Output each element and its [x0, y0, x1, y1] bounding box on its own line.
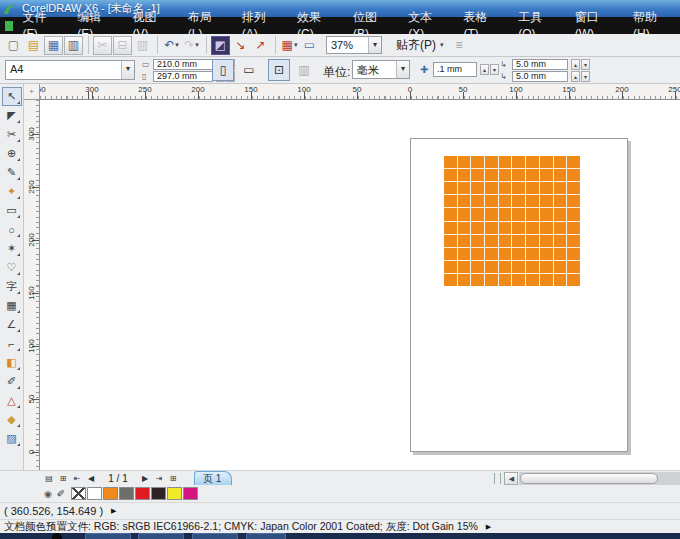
interactive-fill-tool[interactable]: ▨ — [2, 429, 22, 448]
copy-button[interactable]: ⊟ — [113, 36, 132, 55]
freehand-tool[interactable]: ✎ — [2, 163, 22, 182]
print-button[interactable]: ▥ — [64, 36, 83, 55]
swatch-gray[interactable] — [119, 487, 134, 500]
export-button[interactable]: ↗ — [251, 36, 270, 55]
expand-arrow-icon[interactable]: ▶ — [486, 523, 491, 531]
chevron-down-icon[interactable]: ▾ — [195, 41, 199, 49]
paper-width-field[interactable]: 210.0 mm — [153, 59, 213, 70]
taskbar-button[interactable] — [246, 533, 286, 539]
duplicate-x-stepper[interactable]: ▴▾ — [570, 59, 590, 70]
chevron-down-icon[interactable]: ▾ — [396, 61, 409, 78]
redo-button[interactable]: ↷▾ — [182, 36, 201, 55]
rectangle-tool[interactable]: ▭ — [2, 201, 22, 220]
scrollbar-thumb[interactable] — [520, 473, 658, 484]
smart-fill-tool[interactable]: ✦ — [2, 182, 22, 201]
spinner-down-icon[interactable]: ▾ — [490, 64, 499, 75]
open-button[interactable]: ▤ — [24, 36, 43, 55]
spinner-down-icon[interactable]: ▾ — [581, 71, 590, 82]
text-tool-icon: 字 — [6, 279, 17, 294]
paper-size-combo[interactable]: A4 ▾ — [5, 60, 135, 80]
swatch-red[interactable] — [135, 487, 150, 500]
all-pages-same-size-button[interactable]: ⊡ — [268, 59, 290, 81]
duplicate-x-field[interactable]: 5.0 mm — [512, 59, 568, 70]
eyedropper-tool[interactable]: ✐ — [2, 372, 22, 391]
new-document-button[interactable]: ▢ — [4, 36, 23, 55]
freehand-tool-icon: ✎ — [7, 166, 16, 179]
spinner-up-icon[interactable]: ▴ — [571, 71, 580, 82]
swatch-black[interactable] — [151, 487, 166, 500]
zoom-tool[interactable]: ⊕ — [2, 144, 22, 163]
spinner-up-icon[interactable]: ▴ — [571, 59, 580, 70]
crop-tool[interactable]: ✂ — [2, 125, 22, 144]
polygon-tool[interactable]: ✶ — [2, 239, 22, 258]
expand-arrow-icon[interactable]: ▶ — [111, 507, 116, 515]
chevron-down-icon[interactable]: ▾ — [121, 61, 134, 79]
drawing-canvas[interactable] — [40, 100, 680, 470]
spinner-up-icon[interactable]: ▴ — [480, 64, 489, 75]
welcome-screen-button[interactable]: ▭ — [300, 36, 319, 55]
blend-tool[interactable]: ◧ — [2, 353, 22, 372]
chevron-down-icon[interactable]: ▾ — [294, 41, 298, 49]
last-page-button[interactable]: ⇥ — [152, 472, 166, 485]
table-object[interactable] — [444, 156, 580, 286]
scrollbar-splitter[interactable] — [494, 473, 501, 484]
document-icon — [4, 20, 14, 32]
first-page-button[interactable]: ⇤ — [70, 472, 84, 485]
spinner-down-icon[interactable]: ▾ — [581, 59, 590, 70]
scroll-left-button[interactable]: ◀ — [504, 472, 518, 485]
vertical-ruler[interactable]: 300250200150100500 — [24, 100, 40, 470]
horizontal-scrollbar[interactable] — [519, 472, 680, 485]
taskbar-button[interactable] — [85, 533, 131, 539]
dimension-tool[interactable]: ∠ — [2, 315, 22, 334]
shape-tool[interactable]: ◤ — [2, 106, 22, 125]
ruler-origin[interactable]: + — [24, 84, 40, 100]
duplicate-y-field[interactable]: 5.0 mm — [512, 71, 568, 82]
nudge-stepper[interactable]: ▴▾ — [479, 64, 499, 75]
undo-button[interactable]: ↶▾ — [162, 36, 181, 55]
chevron-down-icon[interactable]: ▾ — [175, 41, 179, 49]
paper-height-field[interactable]: 297.0 mm — [153, 71, 213, 82]
import-button[interactable]: ↘ — [231, 36, 250, 55]
basic-shapes-tool[interactable]: ♡ — [2, 258, 22, 277]
chevron-down-icon[interactable]: ▾ — [440, 41, 444, 49]
landscape-button[interactable]: ▭ — [238, 59, 260, 81]
ellipse-tool[interactable]: ○ — [2, 220, 22, 239]
zoom-level-combo[interactable]: 37% ▾ — [326, 36, 382, 54]
swatch-white[interactable] — [87, 487, 102, 500]
taskbar-button[interactable] — [138, 533, 184, 539]
start-orb[interactable] — [52, 533, 62, 539]
swatch-orange[interactable] — [103, 487, 118, 500]
palette-flyout-icon[interactable]: ◉ — [44, 489, 52, 499]
paste-button[interactable]: ▥ — [133, 36, 152, 55]
pick-tool[interactable]: ↖ — [2, 87, 22, 106]
text-tool[interactable]: 字 — [2, 277, 22, 296]
add-page-end-button[interactable]: ⊞ — [166, 472, 180, 485]
connector-tool[interactable]: ⌐ — [2, 334, 22, 353]
next-page-button[interactable]: ▶ — [138, 472, 152, 485]
previous-page-button[interactable]: ◀ — [84, 472, 98, 485]
snap-to-button[interactable]: 贴齐(P) ▾ — [392, 36, 448, 55]
nudge-offset-field[interactable]: .1 mm — [433, 62, 477, 77]
chevron-down-icon[interactable]: ▾ — [368, 37, 381, 53]
swatch-magenta[interactable] — [183, 487, 198, 500]
fill-tool[interactable]: ◆ — [2, 410, 22, 429]
cut-button[interactable]: ✂ — [93, 36, 112, 55]
table-tool[interactable]: ▦ — [2, 296, 22, 315]
units-combo[interactable]: 毫米 ▾ — [352, 60, 410, 79]
application-launcher-button[interactable]: ▦▾ — [280, 36, 299, 55]
swatch-yellow[interactable] — [167, 487, 182, 500]
portrait-button[interactable]: ▯ — [212, 59, 234, 81]
outline-pen-tool[interactable]: △ — [2, 391, 22, 410]
horizontal-ruler[interactable]: 35030025020015010050050100150200250 — [40, 84, 680, 100]
duplicate-y-stepper[interactable]: ▴▾ — [570, 71, 590, 82]
options-icon[interactable]: ≡ — [456, 38, 463, 52]
add-page-start-button[interactable]: ⊞ — [56, 472, 70, 485]
no-color-swatch[interactable] — [71, 487, 86, 500]
eyedropper-icon[interactable]: ✐ — [57, 488, 65, 499]
page-tab[interactable]: 页 1 — [194, 471, 232, 485]
taskbar-button[interactable] — [192, 533, 238, 539]
search-content-button[interactable]: ◩ — [211, 36, 230, 55]
page-sorter-button[interactable]: ▤ — [42, 472, 56, 485]
current-page-size-button[interactable]: ▥ — [293, 59, 315, 81]
save-button[interactable]: ▦ — [44, 36, 63, 55]
